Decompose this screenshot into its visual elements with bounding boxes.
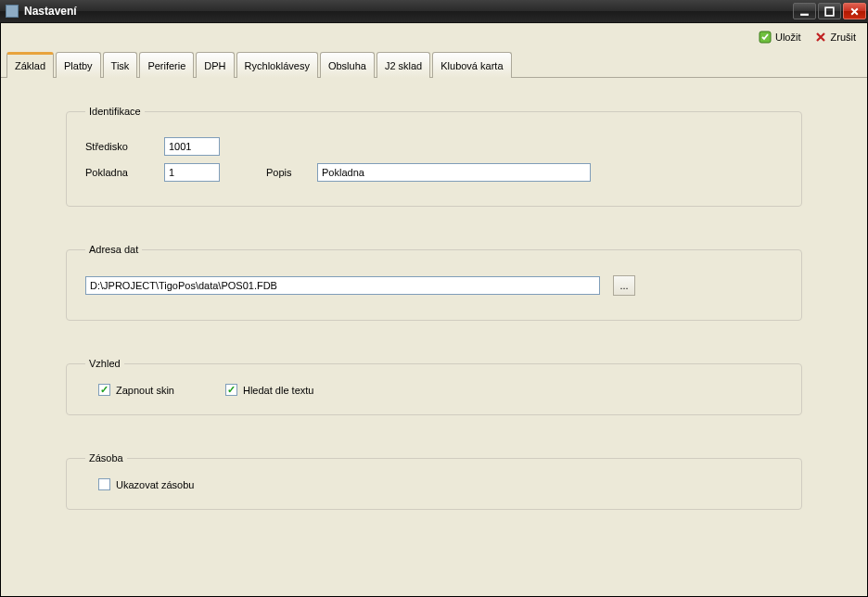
legend-adresa: Adresa dat	[85, 244, 142, 255]
tab-klubova-karta[interactable]: Klubová karta	[432, 52, 511, 78]
titlebar: Nastavení	[0, 0, 868, 23]
ellipsis-icon: ...	[619, 280, 628, 291]
tab-rychloklavesy[interactable]: Rychloklávesy	[236, 52, 318, 78]
tab-zaklad[interactable]: Základ	[6, 52, 54, 78]
client-area: Uložit Zrušit Základ Platby Tisk Perifer…	[0, 23, 868, 597]
input-stredisko[interactable]	[164, 137, 220, 156]
label-pokladna: Pokladna	[85, 167, 164, 178]
checkbox-label: Zapnout skin	[116, 385, 174, 396]
tab-j2-sklad[interactable]: J2 sklad	[377, 52, 430, 78]
window-title: Nastavení	[24, 5, 77, 18]
legend-zasoba: Zásoba	[85, 452, 127, 464]
tab-page-zaklad: Identifikace Středisko Pokladna Popis Ad…	[1, 78, 867, 596]
check-icon	[225, 384, 237, 396]
fieldset-adresa-dat: Adresa dat ...	[66, 244, 802, 321]
input-data-path[interactable]	[85, 276, 600, 295]
save-icon	[759, 31, 772, 44]
label-stredisko: Středisko	[85, 141, 164, 152]
tab-bar: Základ Platby Tisk Periferie DPH Rychlok…	[1, 51, 867, 78]
toolbar: Uložit Zrušit	[1, 23, 867, 51]
checkbox-label: Hledat dle textu	[243, 385, 313, 396]
cancel-label: Zrušit	[831, 32, 857, 43]
svg-rect-0	[800, 13, 809, 15]
check-icon	[98, 384, 110, 396]
app-icon	[6, 5, 19, 18]
maximize-button[interactable]	[818, 3, 841, 19]
input-pokladna[interactable]	[164, 163, 220, 182]
fieldset-identifikace: Identifikace Středisko Pokladna Popis	[66, 106, 802, 207]
legend-vzhled: Vzhled	[85, 358, 124, 369]
checkbox-label: Ukazovat zásobu	[116, 479, 194, 490]
svg-rect-1	[825, 7, 834, 16]
cancel-button[interactable]: Zrušit	[814, 31, 857, 44]
check-icon	[98, 478, 110, 490]
close-button[interactable]	[843, 3, 866, 19]
tab-dph[interactable]: DPH	[196, 52, 234, 78]
checkbox-zapnout-skin[interactable]: Zapnout skin	[98, 384, 174, 396]
label-popis: Popis	[266, 167, 317, 178]
checkbox-hledat-dle-textu[interactable]: Hledat dle textu	[225, 384, 313, 396]
browse-button[interactable]: ...	[613, 275, 635, 296]
fieldset-zasoba: Zásoba Ukazovat zásobu	[66, 452, 802, 510]
tab-platby[interactable]: Platby	[56, 52, 101, 78]
input-popis[interactable]	[317, 163, 591, 182]
save-label: Uložit	[775, 32, 801, 43]
window: Nastavení Uložit	[0, 0, 868, 597]
tab-periferie[interactable]: Periferie	[139, 52, 194, 78]
tab-obsluha[interactable]: Obsluha	[320, 52, 375, 78]
checkbox-ukazovat-zasobu[interactable]: Ukazovat zásobu	[98, 478, 194, 490]
legend-identifikace: Identifikace	[85, 106, 145, 117]
save-button[interactable]: Uložit	[759, 31, 801, 44]
cancel-icon	[814, 31, 827, 44]
tab-tisk[interactable]: Tisk	[103, 52, 138, 78]
fieldset-vzhled: Vzhled Zapnout skin Hledat dle textu	[66, 358, 802, 415]
minimize-button[interactable]	[793, 3, 816, 19]
